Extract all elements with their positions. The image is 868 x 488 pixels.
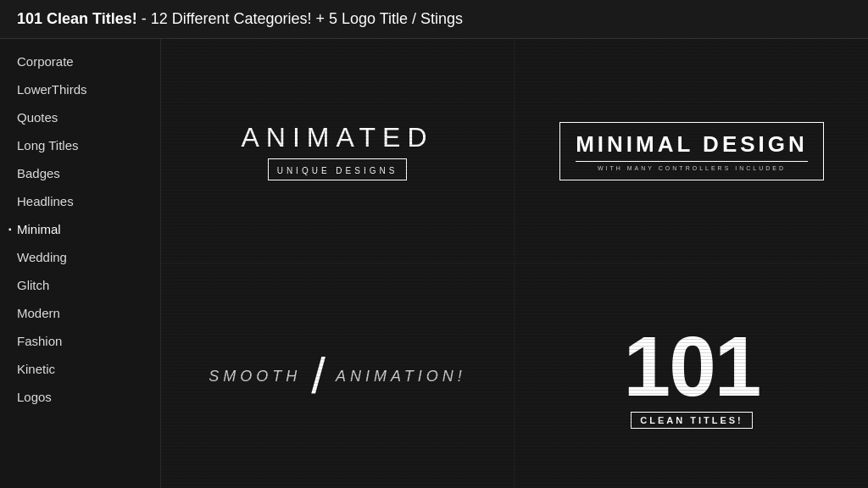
header-title: 101 Clean Titles! - 12 Different Categor… (17, 10, 463, 28)
sidebar-item-label: Corporate (17, 54, 74, 69)
animated-sub-text: UNIQUE DESIGNS (277, 166, 398, 175)
sidebar-item-label: Logos (17, 390, 52, 404)
smooth-slash: / (311, 351, 326, 402)
preview-smooth[interactable]: SMOOTH / ANIMATION! (161, 264, 514, 488)
big-number-text: 101 (624, 324, 760, 408)
sidebar-item-headlines[interactable]: Headlines (0, 187, 160, 215)
sidebar-item-wedding[interactable]: Wedding (0, 243, 160, 271)
sidebar-bullet: ▪ (8, 225, 12, 234)
smooth-right-text: ANIMATION! (336, 368, 466, 385)
header-title-rest: 12 Different Categories! + 5 Logo Title … (151, 10, 463, 27)
sidebar-item-kinetic[interactable]: Kinetic (0, 355, 160, 383)
sidebar-item-label: Wedding (17, 250, 67, 264)
preview-animated[interactable]: ANIMATED UNIQUE DESIGNS (161, 39, 514, 263)
sidebar-item-label: Modern (17, 306, 60, 320)
sidebar-item-label: Fashion (17, 334, 62, 348)
sidebar-item-label: Minimal (17, 222, 61, 236)
big-number-sub-text: CLEAN TITLES! (631, 412, 753, 429)
sidebar-item-label: LowerThirds (17, 82, 87, 97)
sidebar-item-label: Long Titles (17, 138, 79, 152)
sidebar-item-label: Badges (17, 166, 60, 180)
smooth-left-text: SMOOTH (209, 368, 301, 385)
animated-main-text: ANIMATED (242, 122, 434, 153)
sidebar-item-label: Glitch (17, 278, 49, 292)
sidebar-item-corporate[interactable]: Corporate (0, 47, 160, 75)
sidebar-item-quotes[interactable]: Quotes (0, 103, 160, 131)
sidebar-item-badges[interactable]: Badges (0, 159, 160, 187)
sidebar-item-long-titles[interactable]: Long Titles (0, 131, 160, 159)
minimal-main-text: MINIMAL DESIGN (576, 131, 808, 158)
animated-content: ANIMATED UNIQUE DESIGNS (242, 122, 434, 180)
sidebar-item-logos[interactable]: Logos (0, 383, 160, 411)
sidebar-item-label: Kinetic (17, 362, 55, 376)
header-title-separator: - (137, 10, 151, 27)
sidebar-item-fashion[interactable]: Fashion (0, 327, 160, 355)
content-grid: ANIMATED UNIQUE DESIGNS MINIMAL DESIGN W… (161, 39, 868, 488)
big-number-content: 101 CLEAN TITLES! (624, 324, 760, 429)
minimal-content: MINIMAL DESIGN WITH MANY CONTROLLERS INC… (559, 122, 824, 180)
sidebar-item-glitch[interactable]: Glitch (0, 271, 160, 299)
preview-101[interactable]: 101 CLEAN TITLES! (515, 264, 868, 488)
sidebar-item-label: Headlines (17, 194, 74, 208)
header: 101 Clean Titles! - 12 Different Categor… (0, 0, 868, 39)
animated-sub-box: UNIQUE DESIGNS (268, 158, 408, 180)
minimal-sub-text: WITH MANY CONTROLLERS INCLUDED (576, 165, 808, 171)
sidebar-item-modern[interactable]: Modern (0, 299, 160, 327)
sidebar-item-minimal[interactable]: ▪Minimal (0, 215, 160, 243)
minimal-box: MINIMAL DESIGN WITH MANY CONTROLLERS INC… (559, 122, 824, 180)
header-title-bold: 101 Clean Titles! (17, 10, 137, 27)
sidebar-item-label: Quotes (17, 110, 58, 125)
smooth-content: SMOOTH / ANIMATION! (209, 351, 465, 402)
minimal-line (576, 161, 808, 162)
sidebar: CorporateLowerThirdsQuotesLong TitlesBad… (0, 39, 161, 488)
preview-minimal[interactable]: MINIMAL DESIGN WITH MANY CONTROLLERS INC… (515, 39, 868, 263)
main-layout: CorporateLowerThirdsQuotesLong TitlesBad… (0, 39, 868, 488)
sidebar-item-lowerthirds[interactable]: LowerThirds (0, 75, 160, 103)
